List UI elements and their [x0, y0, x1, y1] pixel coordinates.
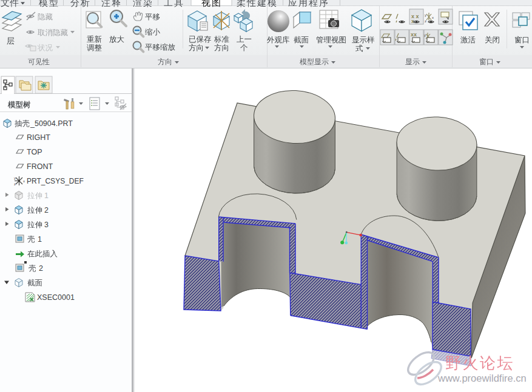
svg-text:2: 2	[44, 206, 49, 214]
svg-text:y: y	[425, 13, 426, 17]
svg-text:FRONT: FRONT	[27, 162, 53, 171]
svg-text:TOP: TOP	[27, 148, 42, 156]
svg-text:XSEC0001: XSEC0001	[37, 293, 75, 302]
svg-text:x: x	[411, 18, 414, 24]
svg-text:z: z	[14, 182, 16, 186]
svg-text:1: 1	[44, 191, 49, 200]
svg-text:y: y	[424, 33, 426, 37]
svg-text:x: x	[23, 179, 25, 183]
svg-text:RIGHT: RIGHT	[27, 133, 50, 142]
svg-text:3: 3	[44, 221, 49, 229]
svg-text:x: x	[432, 16, 434, 19]
svg-text:2: 2	[39, 264, 43, 273]
svg-text:xx: xx	[411, 32, 417, 38]
svg-text:1: 1	[38, 235, 42, 244]
svg-text:PRT_CSYS_DEF: PRT_CSYS_DEF	[27, 177, 84, 185]
svg-text:www.proewildfire.cn: www.proewildfire.cn	[437, 373, 527, 384]
svg-text:y: y	[14, 176, 16, 180]
svg-text:z: z	[425, 19, 426, 23]
svg-text:_50904.PRT: _50904.PRT	[30, 119, 73, 128]
